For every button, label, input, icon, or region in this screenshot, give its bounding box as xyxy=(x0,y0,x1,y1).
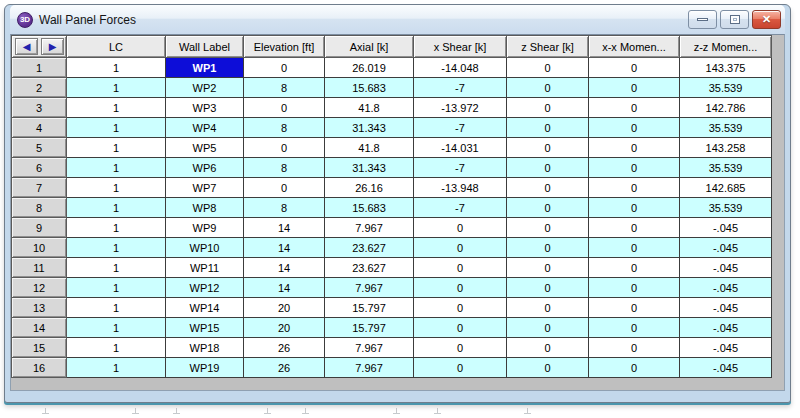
table-cell[interactable]: 0 xyxy=(507,278,589,298)
table-cell[interactable]: 7.967 xyxy=(325,278,414,298)
table-cell[interactable]: -7 xyxy=(414,158,507,178)
table-cell[interactable]: -7 xyxy=(414,78,507,98)
table-cell[interactable]: WP3 xyxy=(166,98,244,118)
table-cell[interactable]: 15.683 xyxy=(325,78,414,98)
table-cell[interactable]: -14.031 xyxy=(414,138,507,158)
table-cell[interactable]: -.045 xyxy=(680,358,772,378)
table-cell[interactable]: 0 xyxy=(414,218,507,238)
table-cell[interactable]: 0 xyxy=(589,98,680,118)
table-cell[interactable]: 1 xyxy=(67,218,166,238)
table-cell[interactable]: 7.967 xyxy=(325,338,414,358)
table-cell[interactable]: 0 xyxy=(507,358,589,378)
row-number-header[interactable]: 7 xyxy=(12,178,67,198)
table-cell[interactable]: 23.627 xyxy=(325,238,414,258)
row-number-header[interactable]: 8 xyxy=(12,198,67,218)
table-cell[interactable]: 23.627 xyxy=(325,258,414,278)
column-header-z-z-momen[interactable]: z-z Momen... xyxy=(680,36,772,58)
column-header-z-shear-k[interactable]: z Shear [k] xyxy=(507,36,589,58)
table-cell[interactable]: 26 xyxy=(244,358,325,378)
table-cell[interactable]: 0 xyxy=(589,238,680,258)
column-header-x-x-momen[interactable]: x-x Momen... xyxy=(589,36,680,58)
table-cell[interactable]: 1 xyxy=(67,58,166,78)
table-cell[interactable]: -.045 xyxy=(680,338,772,358)
table-cell[interactable]: 0 xyxy=(507,118,589,138)
table-cell[interactable]: 0 xyxy=(507,318,589,338)
table-cell[interactable]: -.045 xyxy=(680,218,772,238)
table-cell[interactable]: 0 xyxy=(589,358,680,378)
table-cell[interactable]: 1 xyxy=(67,318,166,338)
row-number-header[interactable]: 5 xyxy=(12,138,67,158)
table-cell[interactable]: WP10 xyxy=(166,238,244,258)
table-cell[interactable]: 142.685 xyxy=(680,178,772,198)
table-cell[interactable]: WP5 xyxy=(166,138,244,158)
table-cell[interactable]: 0 xyxy=(589,318,680,338)
table-cell[interactable]: 0 xyxy=(507,198,589,218)
table-cell[interactable]: 41.8 xyxy=(325,98,414,118)
table-cell[interactable]: 0 xyxy=(589,338,680,358)
table-cell[interactable]: 26 xyxy=(244,338,325,358)
table-cell[interactable]: 35.539 xyxy=(680,78,772,98)
table-cell[interactable]: 1 xyxy=(67,238,166,258)
table-cell[interactable]: 143.375 xyxy=(680,58,772,78)
selected-table-cell[interactable]: WP1 xyxy=(166,58,244,78)
table-cell[interactable]: 35.539 xyxy=(680,158,772,178)
table-cell[interactable]: 26.019 xyxy=(325,58,414,78)
column-header-wall-label[interactable]: Wall Label xyxy=(166,36,244,58)
row-number-header[interactable]: 16 xyxy=(12,358,67,378)
table-cell[interactable]: WP12 xyxy=(166,278,244,298)
table-cell[interactable]: -14.048 xyxy=(414,58,507,78)
table-cell[interactable]: WP7 xyxy=(166,178,244,198)
table-cell[interactable]: 41.8 xyxy=(325,138,414,158)
table-cell[interactable]: WP8 xyxy=(166,198,244,218)
table-cell[interactable]: 1 xyxy=(67,118,166,138)
row-number-header[interactable]: 11 xyxy=(12,258,67,278)
table-cell[interactable]: 1 xyxy=(67,158,166,178)
table-cell[interactable]: 0 xyxy=(589,218,680,238)
table-cell[interactable]: 142.786 xyxy=(680,98,772,118)
table-cell[interactable]: 20 xyxy=(244,298,325,318)
table-cell[interactable]: WP2 xyxy=(166,78,244,98)
table-cell[interactable]: 0 xyxy=(507,138,589,158)
table-cell[interactable]: 0 xyxy=(414,258,507,278)
row-number-header[interactable]: 13 xyxy=(12,298,67,318)
table-cell[interactable]: 31.343 xyxy=(325,118,414,138)
table-cell[interactable]: -.045 xyxy=(680,298,772,318)
table-cell[interactable]: WP15 xyxy=(166,318,244,338)
table-cell[interactable]: -13.948 xyxy=(414,178,507,198)
table-cell[interactable]: 0 xyxy=(507,298,589,318)
table-cell[interactable]: WP18 xyxy=(166,338,244,358)
table-cell[interactable]: 0 xyxy=(589,178,680,198)
table-cell[interactable]: 1 xyxy=(67,198,166,218)
table-cell[interactable]: 0 xyxy=(507,238,589,258)
table-cell[interactable]: -.045 xyxy=(680,258,772,278)
table-cell[interactable]: 0 xyxy=(589,298,680,318)
table-cell[interactable]: 1 xyxy=(67,358,166,378)
table-cell[interactable]: 14 xyxy=(244,278,325,298)
column-header-lc[interactable]: LC xyxy=(67,36,166,58)
column-header-x-shear-k[interactable]: x Shear [k] xyxy=(414,36,507,58)
table-cell[interactable]: 1 xyxy=(67,98,166,118)
table-cell[interactable]: 0 xyxy=(507,78,589,98)
table-cell[interactable]: 1 xyxy=(67,78,166,98)
table-cell[interactable]: 35.539 xyxy=(680,118,772,138)
maximize-button[interactable] xyxy=(720,10,749,29)
row-number-header[interactable]: 14 xyxy=(12,318,67,338)
table-cell[interactable]: 8 xyxy=(244,158,325,178)
table-cell[interactable]: 0 xyxy=(244,58,325,78)
table-cell[interactable]: 1 xyxy=(67,278,166,298)
table-cell[interactable]: 15.683 xyxy=(325,198,414,218)
row-number-header[interactable]: 3 xyxy=(12,98,67,118)
table-cell[interactable]: 15.797 xyxy=(325,318,414,338)
table-cell[interactable]: -.045 xyxy=(680,278,772,298)
table-cell[interactable]: 8 xyxy=(244,78,325,98)
next-record-button[interactable]: ▶ xyxy=(41,38,64,55)
row-number-header[interactable]: 15 xyxy=(12,338,67,358)
table-cell[interactable]: 0 xyxy=(589,138,680,158)
row-number-header[interactable]: 1 xyxy=(12,58,67,78)
table-cell[interactable]: -.045 xyxy=(680,238,772,258)
prev-record-button[interactable]: ◀ xyxy=(15,38,38,55)
table-cell[interactable]: 0 xyxy=(414,338,507,358)
table-cell[interactable]: WP11 xyxy=(166,258,244,278)
table-cell[interactable]: WP9 xyxy=(166,218,244,238)
close-button[interactable]: ✕ xyxy=(752,10,781,29)
